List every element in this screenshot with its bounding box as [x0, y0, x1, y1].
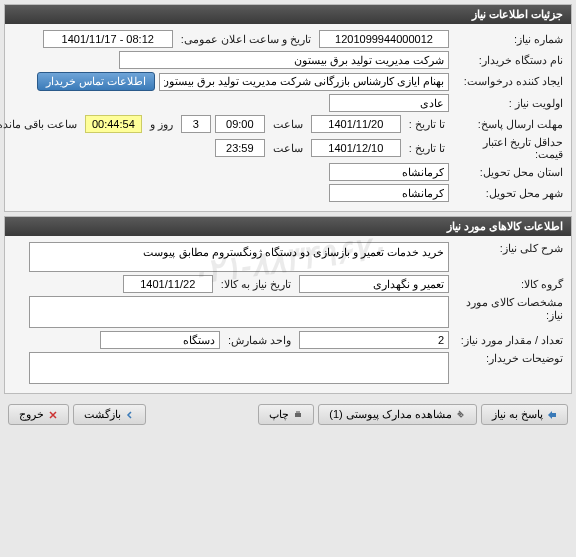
- spec-field[interactable]: [29, 296, 449, 328]
- reply-button-label: پاسخ به نیاز: [492, 408, 543, 421]
- svg-rect-1: [296, 411, 300, 413]
- buyer-field[interactable]: [119, 51, 449, 69]
- panel1-title: جزئیات اطلاعات نیاز: [5, 5, 571, 24]
- deadline-label: مهلت ارسال پاسخ:: [453, 118, 563, 131]
- creator-label: ایجاد کننده درخواست:: [453, 75, 563, 88]
- province-field[interactable]: [329, 163, 449, 181]
- attachments-button-label: مشاهده مدارک پیوستی (1): [329, 408, 452, 421]
- print-button-label: چاپ: [269, 408, 289, 421]
- unit-label: واحد شمارش:: [224, 334, 295, 347]
- buyer-notes-label: توضیحات خریدار:: [453, 352, 563, 365]
- need-date-label: تاریخ نیاز به کالا:: [217, 278, 295, 291]
- priority-field[interactable]: [329, 94, 449, 112]
- svg-rect-0: [295, 413, 301, 417]
- attachments-button[interactable]: مشاهده مدارک پیوستی (1): [318, 404, 477, 425]
- back-button-label: بازگشت: [84, 408, 121, 421]
- countdown-timer: 00:44:54: [85, 115, 142, 133]
- exit-icon: [48, 410, 58, 420]
- reply-button[interactable]: پاسخ به نیاز: [481, 404, 568, 425]
- days-label: روز و: [146, 118, 177, 131]
- countdown-label: ساعت باقی مانده: [0, 118, 81, 131]
- pub-datetime-field[interactable]: [43, 30, 173, 48]
- group-field[interactable]: [299, 275, 449, 293]
- buyer-notes-field[interactable]: [29, 352, 449, 384]
- group-label: گروه کالا:: [453, 278, 563, 291]
- desc-field[interactable]: [29, 242, 449, 272]
- exit-button-label: خروج: [19, 408, 44, 421]
- pub-label: تاریخ و ساعت اعلان عمومی:: [177, 33, 315, 46]
- city-label: شهر محل تحویل:: [453, 187, 563, 200]
- spec-label: مشخصات کالای مورد نیاز:: [453, 296, 563, 322]
- validity-date-field[interactable]: [311, 139, 401, 157]
- creator-field[interactable]: [159, 73, 449, 91]
- city-field[interactable]: [329, 184, 449, 202]
- priority-label: اولویت نیاز :: [453, 97, 563, 110]
- unit-field[interactable]: [100, 331, 220, 349]
- footer-bar: پاسخ به نیاز مشاهده مدارک پیوستی (1) چاپ…: [0, 398, 576, 431]
- print-button[interactable]: چاپ: [258, 404, 314, 425]
- time-label-2: ساعت: [269, 142, 307, 155]
- need-no-field[interactable]: [319, 30, 449, 48]
- goods-info-panel: اطلاعات کالاهای مورد نیاز شرح کلی نیاز: …: [4, 216, 572, 394]
- contact-buyer-button[interactable]: اطلاعات تماس خریدار: [37, 72, 155, 91]
- paperclip-icon: [456, 410, 466, 420]
- qty-field[interactable]: [299, 331, 449, 349]
- validity-time-field[interactable]: [215, 139, 265, 157]
- qty-label: تعداد / مقدار مورد نیاز:: [453, 334, 563, 347]
- to-date-label-1: تا تاریخ :: [405, 118, 449, 131]
- need-date-field[interactable]: [123, 275, 213, 293]
- back-icon: [125, 410, 135, 420]
- desc-label: شرح کلی نیاز:: [453, 242, 563, 255]
- deadline-date-field[interactable]: [311, 115, 401, 133]
- panel2-title: اطلاعات کالاهای مورد نیاز: [5, 217, 571, 236]
- printer-icon: [293, 410, 303, 420]
- to-date-label-2: تا تاریخ :: [405, 142, 449, 155]
- exit-button[interactable]: خروج: [8, 404, 69, 425]
- days-remaining-field: [181, 115, 211, 133]
- buyer-label: نام دستگاه خریدار:: [453, 54, 563, 67]
- province-label: استان محل تحویل:: [453, 166, 563, 179]
- reply-icon: [547, 410, 557, 420]
- back-button[interactable]: بازگشت: [73, 404, 146, 425]
- need-details-panel: جزئیات اطلاعات نیاز شماره نیاز: تاریخ و …: [4, 4, 572, 212]
- deadline-time-field[interactable]: [215, 115, 265, 133]
- time-label-1: ساعت: [269, 118, 307, 131]
- validity-label: حداقل تاریخ اعتبار قیمت:: [453, 136, 563, 160]
- need-no-label: شماره نیاز:: [453, 33, 563, 46]
